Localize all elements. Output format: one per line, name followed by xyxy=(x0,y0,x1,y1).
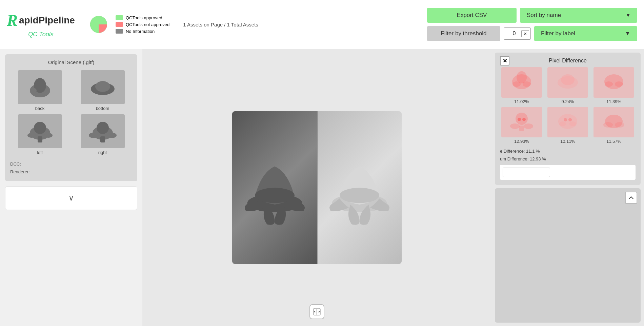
svg-point-9 xyxy=(44,133,53,138)
svg-point-41 xyxy=(568,118,572,121)
top-row: Export CSV Sort by name ▼ xyxy=(427,8,637,23)
svg-point-13 xyxy=(89,133,98,138)
diff-svg-3 xyxy=(503,109,540,136)
svg-rect-34 xyxy=(519,126,524,131)
legend-color-not-approved xyxy=(116,22,123,27)
diff-thumb-4 xyxy=(547,107,588,137)
filter-label-button[interactable]: Filter by label ▼ xyxy=(534,26,637,41)
model-split xyxy=(232,111,402,264)
diff-svg-4 xyxy=(549,109,586,136)
diff-svg-0 xyxy=(503,69,540,96)
thumb-label-back: back xyxy=(35,106,44,111)
avg-diff-stat: e Difference: 11.1 % xyxy=(500,147,636,155)
split-view-icon[interactable] xyxy=(309,304,324,319)
svg-point-35 xyxy=(518,118,521,121)
legend-label-approved: QCTools approved xyxy=(126,15,162,20)
legend-label-not-approved: QCTools not approved xyxy=(126,22,169,27)
diff-svg-1 xyxy=(549,69,586,96)
diff-item-4: 10.11% xyxy=(546,107,589,144)
thumbnail-right: right xyxy=(73,114,132,155)
svg-point-8 xyxy=(27,133,36,138)
assets-info: 1 Assets on Page / 1 Total Assets xyxy=(183,22,258,27)
threshold-clear-button[interactable]: ✕ xyxy=(521,30,529,37)
expand-chevron-icon: ∨ xyxy=(68,194,74,203)
legend-item-not-approved: QCTools not approved xyxy=(116,22,169,27)
pixel-diff-title: Pixel Difference xyxy=(500,58,636,64)
center-panel xyxy=(142,49,491,326)
legend-color-no-info xyxy=(116,29,123,34)
right-panel: Pixel Difference ✕ 11.02% xyxy=(491,49,644,326)
diff-thumb-5 xyxy=(593,107,634,137)
thumb-svg-left xyxy=(21,118,59,145)
legend-label-no-info: No Information xyxy=(126,29,155,34)
scene-meta: DCC: Renderer: xyxy=(10,160,132,176)
svg-point-5 xyxy=(95,81,110,92)
scroll-up-button[interactable] xyxy=(625,192,637,204)
thumb-label-left: left xyxy=(37,150,43,155)
diff-percent-1: 9.24% xyxy=(562,99,574,104)
filter-threshold-button[interactable]: Filter by threshold xyxy=(427,26,500,41)
export-csv-button[interactable]: Export CSV xyxy=(427,8,517,23)
close-button[interactable]: ✕ xyxy=(500,56,509,65)
svg-point-25 xyxy=(517,71,527,83)
max-diff-stat: um Difference: 12.93 % xyxy=(500,155,636,163)
thumbnail-back: back xyxy=(10,70,69,111)
diff-thumb-3 xyxy=(501,107,542,137)
expand-card[interactable]: ∨ xyxy=(5,186,137,210)
svg-point-31 xyxy=(516,113,528,125)
pie-legend-area: QCTools approved QCTools not approved No… xyxy=(88,14,169,35)
diff-percent-0: 11.02% xyxy=(514,99,529,104)
chevron-up-svg xyxy=(628,195,634,201)
thumb-label-bottom: bottom xyxy=(96,106,109,111)
diff-item-5: 11.57% xyxy=(592,107,636,144)
svg-point-36 xyxy=(522,118,526,121)
pie-chart xyxy=(88,14,109,35)
thumb-svg-bottom xyxy=(84,74,121,101)
thumb-img-right xyxy=(81,114,125,148)
sort-label: Sort by name xyxy=(527,12,561,19)
svg-point-19 xyxy=(340,188,379,203)
sort-by-name-button[interactable]: Sort by name ▼ xyxy=(520,8,637,23)
thumbnail-left: left xyxy=(10,114,69,155)
svg-point-29 xyxy=(605,81,613,87)
top-controls: Export CSV Sort by name ▼ Filter by thre… xyxy=(427,8,637,41)
diff-stats: e Difference: 11.1 % um Difference: 12.9… xyxy=(500,147,636,163)
model-left-svg xyxy=(237,119,313,256)
diff-svg-5 xyxy=(595,109,632,136)
thumbnails-grid: back bottom xyxy=(10,70,132,155)
scene-title: Original Scene (.gltf) xyxy=(10,59,132,65)
svg-point-37 xyxy=(558,114,577,129)
svg-point-14 xyxy=(107,133,117,138)
svg-point-39 xyxy=(569,121,576,126)
diff-thumb-1 xyxy=(547,67,588,98)
svg-point-7 xyxy=(34,122,46,134)
svg-point-32 xyxy=(510,123,520,129)
svg-point-44 xyxy=(615,122,624,128)
diff-svg-2 xyxy=(595,69,632,96)
diff-input-field[interactable] xyxy=(503,168,550,177)
diff-item-0: 11.02% xyxy=(500,67,543,104)
filter-label-chevron-icon: ▼ xyxy=(625,30,630,37)
scene-card: Original Scene (.gltf) back xyxy=(5,54,137,181)
threshold-input-wrap: ✕ xyxy=(504,27,531,40)
svg-rect-15 xyxy=(100,136,105,142)
diff-percent-4: 10.11% xyxy=(560,139,575,144)
svg-point-17 xyxy=(255,188,295,203)
svg-point-40 xyxy=(564,118,567,121)
diff-input-area xyxy=(500,165,636,180)
diff-thumb-0 xyxy=(501,67,542,98)
model-viewer xyxy=(142,49,491,326)
svg-point-38 xyxy=(559,121,566,126)
diff-percent-3: 12.93% xyxy=(514,139,529,144)
legend: QCTools approved QCTools not approved No… xyxy=(116,15,169,34)
svg-point-43 xyxy=(603,122,613,128)
logo-subtitle: QC Tools xyxy=(28,31,53,38)
legend-color-approved xyxy=(116,15,123,20)
diff-thumb-2 xyxy=(593,67,634,98)
svg-rect-10 xyxy=(38,136,42,142)
thumb-label-right: right xyxy=(98,150,107,155)
thumb-svg-back xyxy=(21,74,59,101)
model-right-half xyxy=(317,111,402,264)
svg-point-33 xyxy=(524,123,533,129)
filter-label-text: Filter by label xyxy=(541,30,575,37)
